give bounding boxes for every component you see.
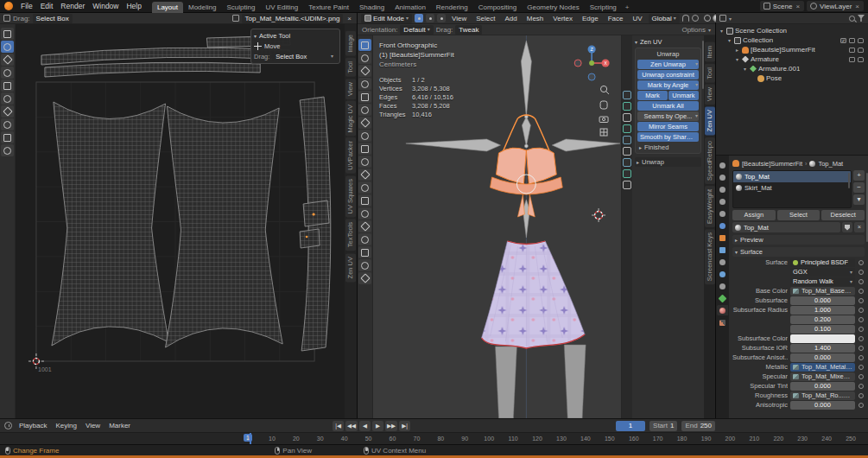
workspace-tab-sculpting[interactable]: Sculpting (221, 2, 260, 13)
add-material-slot-button[interactable]: + (853, 170, 865, 181)
material-specials-button[interactable]: ▾ (853, 194, 865, 205)
uv-tool-button-0[interactable] (1, 28, 14, 40)
menu-select[interactable]: Select (472, 13, 498, 24)
zen-panel-scrollbar[interactable] (702, 41, 704, 89)
workspace-tab-modeling[interactable]: Modeling (183, 2, 221, 13)
uv-tab-magic-uv[interactable]: Magic UV (345, 101, 356, 137)
proportional-edit-icon[interactable] (692, 15, 699, 22)
uv-tab-view[interactable]: View (345, 79, 356, 99)
menu-view[interactable]: View (82, 422, 104, 429)
zenuv-strip-tool-button-7[interactable] (623, 169, 631, 178)
unmark-button[interactable]: Unmark (668, 91, 699, 100)
menu-keying[interactable]: Keying (52, 422, 79, 429)
mode-dropdown[interactable]: Edit Mode ▾ (361, 14, 412, 23)
blender-logo-icon[interactable] (4, 2, 13, 10)
uv-tab-textools[interactable]: TexTools (345, 219, 356, 251)
mark-button[interactable]: Mark (637, 91, 668, 100)
properties-tab-output[interactable] (717, 184, 728, 194)
dropdown-arrow-icon[interactable]: ▾ (695, 111, 698, 121)
tool-orientation-dropdown[interactable]: Default ▾ (400, 25, 433, 35)
subsurface-radius-x[interactable]: 1.000 (790, 306, 855, 315)
viewport-tool-button-8[interactable] (358, 143, 371, 155)
properties-tab-object-data[interactable] (717, 293, 728, 303)
menu-edge[interactable]: Edge (579, 13, 602, 24)
zenuv-strip-tool-button-2[interactable] (623, 113, 631, 122)
menu-uv[interactable]: UV (629, 13, 645, 24)
outliner-row-armature[interactable]: ▾ Armature (734, 54, 865, 64)
menu-render[interactable]: Render (57, 1, 88, 12)
uv-tab-image[interactable]: Image (345, 31, 356, 56)
wireframe-shading-icon[interactable] (704, 15, 711, 22)
uv-tab-uvpacker[interactable]: UVPacker (345, 137, 356, 174)
face-select-button[interactable] (437, 14, 446, 22)
navigation-gizmo[interactable]: Z X (574, 45, 609, 80)
viewport-tool-button-5[interactable] (358, 104, 371, 116)
seams-by-dropdown[interactable]: Seams by Ope...▾ (637, 111, 699, 121)
viewport-tool-button-7[interactable] (358, 130, 371, 142)
uv-tool-button-6[interactable] (1, 105, 14, 118)
workspace-tab-layout[interactable]: Layout (152, 2, 183, 13)
expand-icon[interactable]: ▸ (734, 47, 740, 53)
viewport-tool-button-12[interactable] (358, 194, 371, 207)
unwrap-constraint-button[interactable]: Unwrap constraint (637, 70, 699, 80)
properties-tab-modifiers[interactable] (717, 245, 728, 255)
preview-panel-header[interactable]: ▸ Preview (732, 235, 865, 245)
fake-user-button[interactable] (842, 222, 852, 232)
menu-file[interactable]: File (17, 1, 36, 12)
select-button[interactable]: Select (777, 210, 820, 220)
properties-tab-constraints[interactable] (717, 281, 728, 291)
popup-drag-dropdown[interactable]: Select Box ▾ (272, 52, 337, 61)
subsurface-method-dropdown[interactable]: Random Walk▾ (790, 277, 855, 286)
subsurface-ior-slider[interactable]: 1.400 (790, 344, 855, 353)
menu-face[interactable]: Face (605, 13, 627, 24)
animate-dot[interactable] (858, 298, 865, 303)
animate-dot[interactable] (858, 289, 865, 294)
uv-tool-button-3[interactable] (1, 67, 14, 79)
viewport-tool-button-1[interactable] (358, 52, 371, 64)
exclude-checkbox[interactable]: ✓ (840, 38, 846, 43)
expand-icon[interactable]: ▾ (719, 28, 725, 34)
collapse-icon[interactable]: ▾ (254, 33, 257, 39)
menu-marker[interactable]: Marker (105, 422, 134, 429)
viewport-widgets[interactable] (599, 86, 609, 136)
viewlayer-unlink-icon[interactable]: × (854, 3, 860, 10)
viewport-tool-button-6[interactable] (358, 117, 371, 129)
next-keyframe-button[interactable]: ▶▶ (385, 421, 397, 431)
uv-tab-zen-uv[interactable]: Zen UV (345, 253, 356, 282)
edge-select-button[interactable] (426, 14, 434, 22)
image-datablock-field[interactable]: Top_Mat_Metallic.<UDIM>.png (242, 14, 344, 23)
zenuv-strip-tool-button-4[interactable] (623, 136, 631, 144)
viewport-tool-button-13[interactable] (358, 207, 371, 219)
uv-tool-button-8[interactable] (1, 131, 14, 143)
unlink-material-button[interactable]: × (854, 222, 865, 232)
properties-tab-render[interactable] (717, 172, 728, 182)
anisotropic-slider[interactable]: 0.000 (790, 401, 855, 410)
viewport-tool-button-18[interactable] (358, 272, 371, 284)
options-dropdown[interactable]: Options (681, 26, 706, 34)
zen-unwrap-button[interactable]: Zen Unwrap▾ (637, 60, 699, 69)
mirror-seams-button[interactable]: Mirror Seams (637, 122, 699, 131)
viewport-tool-button-17[interactable] (358, 259, 371, 271)
menu-help[interactable]: Help (123, 1, 144, 12)
viewport-tool-button-0[interactable] (358, 39, 371, 51)
end-frame-field[interactable]: End250 (681, 421, 715, 431)
subsurface-radius-z[interactable]: 0.100 (790, 325, 855, 334)
menu-playback[interactable]: Playback (16, 422, 50, 429)
subsurface-color-swatch[interactable] (790, 334, 855, 343)
animate-dot[interactable] (858, 260, 865, 265)
menu-window[interactable]: Window (89, 1, 122, 12)
roughness-image-field[interactable]: Top_Mat_Ro...<UDIM>.png (790, 391, 855, 400)
ntab-zen-uv[interactable]: Zen UV (705, 106, 715, 135)
breadcrumb-object[interactable]: [Beautsie]SummerFit (742, 160, 802, 168)
smooth-by-sharp-button[interactable]: Smooth by Sharp (To... (637, 132, 699, 142)
dropdown-arrow-icon[interactable]: ▾ (695, 80, 698, 90)
uv-tool-button-2[interactable] (1, 54, 14, 66)
workspace-tab-animation[interactable]: Animation (390, 2, 431, 13)
hide-viewport-icon[interactable] (849, 38, 855, 43)
outliner-row-pose[interactable]: Pose (750, 73, 865, 83)
properties-tab-scene[interactable] (717, 208, 728, 219)
material-slots-list[interactable]: Top_Mat Skirt_Mat (732, 170, 852, 208)
uv-tab-uv-squares[interactable]: UV Squares (345, 175, 356, 217)
zenuv-strip-tool-button-0[interactable] (623, 91, 631, 99)
outliner-editor-icon[interactable] (719, 15, 726, 22)
